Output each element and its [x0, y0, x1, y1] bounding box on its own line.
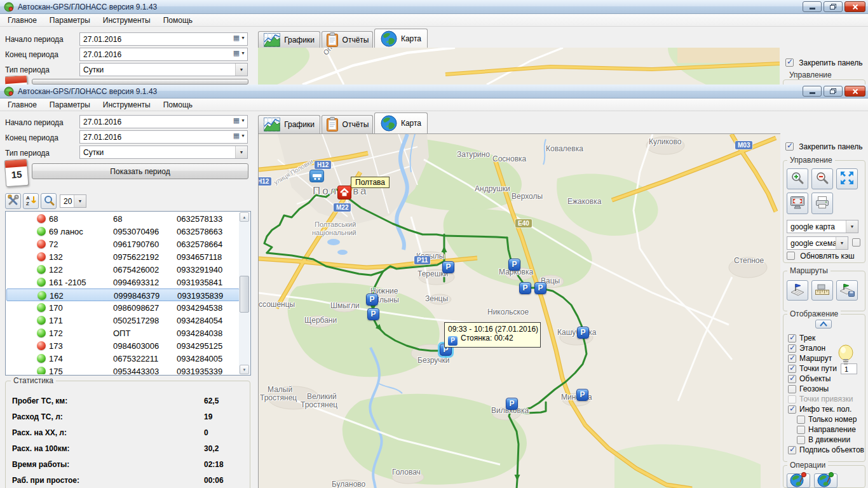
route-show-button[interactable] [787, 280, 808, 301]
parking-marker[interactable]: P [508, 259, 520, 271]
checkbox-icon[interactable]: ✓ [788, 334, 796, 342]
tab-report[interactable]: Отчёты [322, 31, 373, 48]
vehicle-row[interactable]: 68680632578133 [6, 212, 240, 225]
vehicle-row[interactable]: 12206754260020933291940 [6, 263, 240, 276]
combo-arrow-icon[interactable]: ▼ [846, 220, 858, 233]
sort-button[interactable]: AZ [23, 193, 39, 209]
start-period-input[interactable]: 27.01.2016 ▦▼ [79, 115, 248, 128]
scroll-down-icon[interactable]: ▼ [240, 365, 249, 374]
dropdown-arrow-icon[interactable]: ▼ [241, 36, 245, 40]
start-period-input[interactable]: 27.01.2016 ▦▼ [79, 32, 248, 46]
vehicle-row[interactable]: 161 -210509946933120931935841 [6, 276, 240, 288]
parking-marker[interactable]: P [442, 261, 454, 273]
tab-globe[interactable]: Карта [374, 112, 428, 133]
period-type-select[interactable]: Сутки▼ [79, 63, 248, 76]
checkbox-icon[interactable]: ✓ [788, 405, 796, 414]
dropdown-arrow-icon[interactable]: ▼ [241, 118, 245, 123]
fit-to-screen-button[interactable] [787, 193, 808, 214]
fullscreen-button[interactable] [836, 168, 858, 189]
route-save-button[interactable] [836, 280, 858, 301]
checkbox-icon[interactable]: ✓ [788, 344, 796, 353]
minimize-button[interactable] [803, 86, 822, 97]
tab-chart[interactable]: Графики [258, 31, 320, 48]
minimize-button[interactable] [803, 1, 822, 12]
dropdown-arrow-icon[interactable]: ▼ [241, 51, 245, 55]
checkbox-icon[interactable] [797, 436, 805, 444]
vehicle-row[interactable]: 16209998463790931935839 [6, 288, 240, 301]
vehicle-row[interactable]: 69 ланос09530704960632578663 [6, 225, 240, 238]
page-size-select[interactable]: 20▼ [60, 194, 86, 208]
map-overlay-select[interactable]: google схема▼ [787, 236, 848, 250]
zoom-out-button[interactable] [811, 168, 833, 189]
zoom-in-button[interactable] [787, 168, 808, 189]
display-option-Направление[interactable]: Направление [797, 424, 865, 435]
checkbox-icon[interactable]: ✓ [785, 58, 794, 67]
end-period-input[interactable]: 27.01.2016 ▦▼ [79, 130, 248, 144]
display-option-Геозоны[interactable]: Геозоны [788, 384, 865, 394]
tab-report[interactable]: Отчёты [322, 115, 373, 133]
refresh-cache-checkbox[interactable]: Обновлять кэш [787, 252, 855, 261]
map-type-select[interactable]: google карта▼ [787, 220, 858, 233]
checkbox-icon[interactable] [797, 426, 805, 434]
vehicle-row[interactable]: 17309846030060934295125 [6, 339, 240, 352]
combo-arrow-icon[interactable]: ▼ [836, 237, 848, 249]
menu-item-2[interactable]: Параметры [43, 98, 97, 109]
vehicle-list-scrollbar[interactable]: ▲ ▼ [239, 212, 250, 374]
display-option-В движении[interactable]: В движении [797, 435, 865, 445]
parking-marker[interactable]: P [534, 282, 546, 294]
show-period-button[interactable]: Показать период [32, 163, 248, 179]
display-option-Инфо тек. пол.[interactable]: ✓Инфо тек. пол. [788, 404, 865, 414]
vehicle-row[interactable]: 17509534433030931935339 [6, 365, 240, 374]
end-period-input[interactable]: 27.01.2016 ▦▼ [79, 48, 248, 61]
menu-item-4[interactable]: Помощь [157, 98, 199, 109]
parking-marker[interactable]: P [519, 282, 531, 294]
parking-marker[interactable]: P [576, 389, 588, 401]
checkbox-icon[interactable] [788, 385, 796, 393]
vehicle-row[interactable]: 17009860986270934294538 [6, 301, 240, 314]
tab-chart[interactable]: Графики [258, 115, 320, 133]
combo-arrow-icon[interactable]: ▼ [235, 146, 247, 158]
checkbox-icon[interactable]: ✓ [785, 142, 794, 151]
collapse-button[interactable] [815, 320, 832, 329]
close-button[interactable] [844, 86, 865, 97]
bg-show-period-partial[interactable] [32, 79, 248, 85]
display-option-Только номер[interactable]: Только номер [797, 414, 865, 424]
display-option-Точки привязки[interactable]: Точки привязки [788, 394, 865, 404]
menu-item-1[interactable]: Главное [1, 98, 43, 109]
parking-marker[interactable]: P [367, 308, 379, 320]
menu-item-3[interactable]: Инструменты [97, 98, 157, 109]
parking-marker[interactable]: P [366, 294, 378, 306]
vehicle-row[interactable]: 17406753222110934284005 [6, 352, 240, 365]
menu-item-3[interactable]: Инструменты [97, 14, 157, 25]
bg-window-titlebar[interactable]: Автоскан-GPS/ГЛОНАСС версия 9.1.43 [0, 0, 868, 14]
bg-pin-panel-checkbox[interactable]: ✓ Закрепить панель [785, 58, 862, 67]
tab-globe[interactable]: Карта [374, 29, 428, 48]
map-canvas[interactable]: ПолтаваПолтавськийнаціональнийулиця Поло… [258, 133, 780, 488]
vehicle-row[interactable]: 172ОПТ0934284038 [6, 327, 240, 339]
checkbox-icon[interactable]: ✓ [788, 446, 796, 454]
restore-button[interactable] [824, 1, 843, 12]
operation-pin-red-button[interactable] [787, 473, 810, 488]
checkbox-icon[interactable]: ✓ [788, 365, 796, 373]
menu-item-4[interactable]: Помощь [157, 14, 199, 25]
search-button[interactable] [41, 193, 57, 209]
restore-button[interactable] [824, 86, 843, 97]
overlay-checkbox[interactable] [852, 238, 860, 247]
route-measure-button[interactable] [811, 280, 833, 301]
checkbox-icon[interactable]: ✓ [788, 375, 796, 383]
checkbox-icon[interactable] [797, 416, 805, 424]
home-marker[interactable] [337, 186, 351, 200]
checkbox-icon[interactable] [787, 252, 795, 260]
vehicle-row[interactable]: 7209617907600632578664 [6, 238, 240, 250]
transit-icon[interactable] [309, 170, 324, 182]
display-option-Трек[interactable]: ✓Трек [788, 333, 865, 343]
menu-item-1[interactable]: Главное [1, 14, 43, 25]
checkbox-icon[interactable]: ✓ [788, 355, 796, 363]
dropdown-arrow-icon[interactable]: ▼ [241, 133, 245, 138]
operation-pin-green-button[interactable] [814, 473, 837, 488]
bg-map-strip[interactable]: Огнівка [258, 48, 780, 85]
scroll-thumb[interactable] [240, 276, 249, 313]
tools-button[interactable] [5, 193, 21, 209]
menu-item-2[interactable]: Параметры [43, 14, 97, 25]
scroll-up-icon[interactable]: ▲ [240, 212, 249, 222]
